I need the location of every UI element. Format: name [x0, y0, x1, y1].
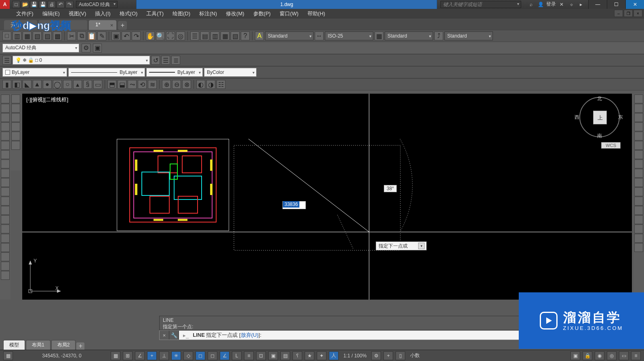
polygon-icon[interactable] — [1, 122, 10, 131]
workspace-indicator[interactable]: AutoCAD 经典 — [76, 1, 118, 8]
viewcube-top-face[interactable]: 上 — [593, 111, 607, 124]
wedge-icon[interactable]: ◣ — [23, 80, 32, 89]
3dosnap-toggle[interactable]: ◻ — [208, 351, 217, 360]
menu-edit[interactable]: 编辑(E) — [42, 10, 60, 17]
mdi-minimize-button[interactable]: – — [614, 10, 623, 17]
signin-icon[interactable]: 👤 — [537, 1, 545, 8]
array-icon[interactable] — [634, 132, 643, 141]
undo2-button[interactable]: ↶ — [122, 31, 130, 40]
addselected-icon[interactable] — [1, 271, 10, 280]
scale-icon[interactable] — [634, 160, 643, 168]
cmd-wrench-icon[interactable]: 🔧 — [169, 331, 179, 340]
fillet-icon[interactable] — [634, 225, 643, 233]
app-logo[interactable]: A — [0, 0, 10, 9]
hatchback-icon[interactable] — [11, 141, 20, 150]
union-icon[interactable]: ⊕ — [162, 80, 171, 89]
loft-icon[interactable]: ≋ — [148, 80, 157, 89]
menu-dim[interactable]: 标注(N) — [199, 10, 217, 17]
ws-gear-icon[interactable]: ⚙ — [371, 351, 381, 360]
anno-auto-toggle[interactable]: ✦ — [317, 351, 326, 360]
isolate-icon[interactable]: ◎ — [607, 351, 617, 360]
table-icon[interactable] — [1, 252, 10, 261]
layer-iso-icon[interactable]: ≣ — [171, 56, 180, 65]
ellipsearc-icon[interactable] — [1, 187, 10, 196]
anno-scale-toggle[interactable]: 人 — [329, 351, 339, 360]
cmd-close-icon[interactable]: × — [160, 331, 169, 340]
line-icon[interactable] — [1, 94, 10, 103]
linetype-combo[interactable]: ByLayer — [68, 68, 145, 77]
zoom-win-button[interactable]: ⛶ — [166, 31, 175, 40]
sphere-icon[interactable]: ● — [43, 80, 52, 89]
props-button[interactable]: ☰ — [190, 31, 199, 40]
layout-add-button[interactable]: + — [76, 342, 84, 350]
coordinate-readout[interactable]: 345453, -24370, 0 — [15, 353, 108, 359]
spline-icon[interactable] — [1, 169, 10, 178]
sweep-icon[interactable]: ⤳ — [128, 80, 137, 89]
blockedit-button[interactable]: ▣ — [112, 31, 120, 40]
new-button[interactable]: □ — [2, 31, 11, 40]
lockui-icon[interactable]: 🔒 — [583, 351, 592, 360]
dimstyle-combo[interactable]: ISO-25 — [325, 31, 373, 40]
subtract-icon[interactable]: ⊖ — [172, 80, 181, 89]
mleaderstyle-icon[interactable]: ⤴ — [434, 31, 443, 40]
zoom-prev-button[interactable]: ◎ — [176, 31, 185, 40]
quickprops-icon[interactable]: ▣ — [570, 351, 580, 360]
pline-icon[interactable] — [1, 113, 10, 122]
cylinder-icon[interactable]: ◯ — [53, 80, 62, 89]
rotate-icon[interactable] — [634, 150, 643, 159]
menu-help[interactable]: 帮助(H) — [307, 10, 325, 17]
planesurf-icon[interactable]: ▭ — [93, 80, 102, 89]
layer-prev-icon[interactable]: ↺ — [151, 56, 160, 65]
modelspace-toggle[interactable]: ▦ — [3, 351, 13, 360]
imprint-icon[interactable]: ☷ — [217, 80, 225, 89]
dsm-button[interactable]: ▤ — [200, 31, 209, 40]
menu-window[interactable]: 窗口(W) — [280, 10, 299, 17]
region-icon[interactable] — [1, 243, 10, 252]
anno-vis-toggle[interactable]: ★ — [305, 351, 314, 360]
new-icon[interactable]: □ — [12, 1, 20, 8]
anno-monitor-icon[interactable]: + — [383, 351, 393, 360]
offset-icon[interactable] — [634, 122, 643, 131]
rectangle-icon[interactable] — [1, 132, 10, 141]
box-icon[interactable]: ◧ — [13, 80, 21, 89]
cleanscreen-icon[interactable]: ▭ — [619, 351, 629, 360]
tab-new-button[interactable]: + — [118, 21, 127, 30]
stretch-icon[interactable] — [634, 169, 643, 178]
workspace-gear-icon[interactable]: ⚙ — [82, 44, 90, 52]
saveas-icon[interactable]: 💾 — [39, 1, 47, 8]
units-readout[interactable]: 小数 — [408, 352, 422, 359]
layer-combo[interactable]: 💡 ❄ 🔒 □ 0 — [13, 56, 150, 65]
textstyle-combo[interactable]: Standard — [265, 31, 314, 40]
join-icon[interactable] — [634, 206, 643, 215]
save-icon[interactable]: 💾 — [30, 1, 38, 8]
undo-icon[interactable]: ↶ — [57, 1, 65, 8]
open-icon[interactable]: 📂 — [21, 1, 29, 8]
cone-icon[interactable]: ▲ — [33, 80, 42, 89]
extend-icon[interactable] — [634, 187, 643, 196]
units-icon[interactable]: ▯ — [396, 351, 405, 360]
tpy-toggle[interactable]: ⊡ — [256, 351, 266, 360]
chamfer-icon[interactable] — [634, 215, 643, 224]
erase-icon[interactable] — [634, 94, 643, 103]
ortho-toggle[interactable]: ⊥ — [159, 351, 169, 360]
lineweight-combo[interactable]: ByLayer — [146, 68, 203, 77]
blend-icon[interactable] — [634, 234, 643, 243]
redo2-button[interactable]: ↷ — [132, 31, 141, 40]
drawing-canvas[interactable]: [-][俯视][二维线框] 上 北 南 西 东 WCS — [22, 94, 632, 300]
customize-icon[interactable]: ≡ — [631, 351, 641, 360]
bringfront-icon[interactable] — [11, 94, 20, 103]
close-button[interactable]: ✕ — [625, 0, 644, 9]
sendunder-icon[interactable] — [11, 122, 20, 131]
mtext-icon[interactable] — [1, 262, 10, 271]
xline-icon[interactable] — [1, 104, 10, 113]
tab-close-icon[interactable]: × — [110, 22, 114, 28]
menu-draw[interactable]: 绘图(D) — [173, 10, 190, 17]
scale-readout[interactable]: 1:1 / 100% — [341, 353, 369, 359]
copy2-icon[interactable] — [634, 104, 643, 113]
help-button[interactable]: ? — [241, 31, 250, 40]
workspace-combo[interactable]: AutoCAD 经典 — [2, 44, 79, 52]
hardware-icon[interactable]: ◉ — [595, 351, 604, 360]
mark-button[interactable]: ▦ — [221, 31, 229, 40]
layer-manager-icon[interactable]: ☰ — [2, 56, 11, 65]
block-icon[interactable] — [1, 206, 10, 215]
